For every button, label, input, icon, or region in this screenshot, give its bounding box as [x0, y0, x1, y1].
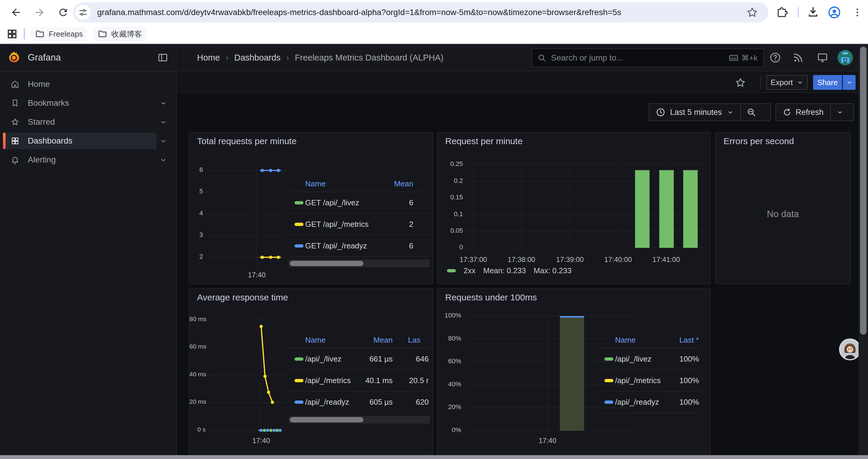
zoom-out-button[interactable]	[741, 104, 762, 121]
legend-header-mean[interactable]: Mean	[366, 179, 413, 191]
panel-title[interactable]: Requests under 100ms	[445, 292, 537, 302]
news-button[interactable]	[789, 49, 807, 66]
apps-grid-button[interactable]	[6, 28, 18, 40]
legend-header-name[interactable]: Name	[615, 335, 636, 347]
panel-total-requests[interactable]: Total requests per minute 6 5 4 3 2 17:4…	[189, 132, 433, 284]
page-horizontal-scrollbar[interactable]	[0, 455, 868, 459]
y-tick-label: 0 s	[189, 426, 206, 433]
line-chart[interactable]	[207, 319, 287, 432]
series-name[interactable]: /api/_/metrics	[615, 376, 661, 385]
series-name[interactable]: GET /api/_/livez	[305, 198, 359, 207]
panel-title[interactable]: Average response time	[197, 292, 288, 302]
sidebar-item-starred[interactable]: Starred	[0, 114, 177, 130]
legend-row[interactable]: /api/_/livez 100%	[598, 348, 701, 369]
legend-header-last[interactable]: Las	[408, 335, 421, 347]
address-bar[interactable]: grafana.mathmast.com/d/deytv4rwavabkb/fr…	[73, 2, 768, 23]
extensions-button[interactable]	[773, 4, 791, 21]
chevron-down-icon	[797, 79, 804, 86]
chevron-down-icon[interactable]	[159, 137, 167, 145]
bookmark-folder-blogs[interactable]: 收藏博客	[93, 27, 147, 42]
legend-scrollbar[interactable]	[289, 416, 430, 424]
site-settings-button[interactable]	[75, 5, 91, 20]
line-chart[interactable]	[207, 165, 287, 268]
legend-scrollbar-thumb[interactable]	[290, 261, 363, 266]
legend-row[interactable]: /api/_/readyz 100%	[598, 391, 701, 413]
legend-row[interactable]: GET /api/_/readyz 6	[289, 235, 430, 256]
legend-header-name[interactable]: Name	[305, 335, 326, 347]
legend-row[interactable]: GET /api/_/livez 6	[289, 192, 430, 213]
series-mean: Mean: 0.233	[483, 266, 526, 275]
series-name[interactable]: GET /api/_/readyz	[305, 241, 367, 251]
chevron-down-icon[interactable]	[159, 118, 167, 126]
refresh-button[interactable]: Refresh	[776, 104, 830, 121]
back-button[interactable]	[7, 4, 25, 21]
legend-row[interactable]: /api/_/metrics 40.1 ms 20.5 r	[289, 370, 430, 391]
chevron-right-icon: ›	[226, 53, 228, 62]
y-tick-label: 60 ms	[189, 343, 206, 350]
legend-header-last[interactable]: Last *	[658, 335, 699, 347]
toolbar-divider	[798, 7, 799, 18]
series-name[interactable]: /api/_/metrics	[305, 376, 351, 385]
profile-button[interactable]	[826, 4, 843, 21]
sidebar-item-home[interactable]: Home	[0, 76, 177, 93]
star-dashboard-button[interactable]	[735, 77, 746, 89]
reload-button[interactable]	[54, 4, 72, 21]
bookmark-folder-freeleaps[interactable]: Freeleaps	[30, 27, 88, 41]
panel-errors-per-second[interactable]: Errors per second No data	[715, 132, 850, 284]
share-button[interactable]: Share	[813, 75, 842, 90]
legend-row[interactable]: GET /api/_/metrics 2	[289, 214, 430, 235]
series-mean: 661 µs	[345, 355, 393, 364]
legend-row[interactable]: /api/_/livez 661 µs 646	[289, 348, 430, 369]
share-menu-button[interactable]	[843, 75, 856, 90]
panel-request-per-minute[interactable]: Request per minute 0.25 0.2 0.15 0.1 0.0…	[437, 132, 711, 284]
series-name[interactable]: GET /api/_/metrics	[305, 220, 369, 229]
tune-icon	[79, 8, 88, 17]
legend-header-mean[interactable]: Mean	[345, 335, 393, 347]
floating-assistant-avatar[interactable]	[839, 338, 861, 360]
star-icon	[11, 118, 20, 126]
panel-title[interactable]: Total requests per minute	[197, 136, 297, 146]
search-input[interactable]: Search or jump to... ⌘+k	[531, 48, 764, 67]
downloads-button[interactable]	[804, 4, 822, 21]
panel-title[interactable]: Request per minute	[445, 136, 523, 146]
series-name[interactable]: 2xx	[464, 266, 475, 275]
profile-icon	[828, 6, 841, 19]
breadcrumb-home[interactable]: Home	[197, 53, 220, 63]
panel-title[interactable]: Errors per second	[723, 136, 794, 146]
time-range-picker[interactable]: Last 5 minutes	[649, 104, 740, 121]
forward-button[interactable]	[31, 4, 49, 21]
legend-scrollbar[interactable]	[289, 260, 430, 267]
series-color-pill	[604, 357, 613, 361]
export-button[interactable]: Export	[766, 75, 808, 90]
series-name[interactable]: /api/_/livez	[615, 355, 651, 364]
series-name[interactable]: /api/_/readyz	[615, 398, 659, 407]
user-avatar[interactable]	[836, 49, 854, 66]
x-tick-label: 17:37:00	[450, 256, 497, 264]
help-button[interactable]	[766, 49, 784, 66]
legend-row[interactable]: /api/_/metrics 100%	[598, 370, 701, 391]
sidebar-collapse-button[interactable]	[157, 52, 168, 63]
browser-menu-button[interactable]	[848, 4, 866, 21]
legend-header-name[interactable]: Name	[305, 179, 326, 191]
panel-average-response-time[interactable]: Average response time 80 ms 60 ms 40 ms …	[189, 288, 433, 455]
chevron-down-icon[interactable]	[159, 99, 167, 107]
breadcrumb: Home › Dashboards › Freeleaps Metrics Da…	[197, 44, 443, 71]
bar-chart[interactable]	[466, 164, 705, 249]
refresh-interval-button[interactable]	[831, 104, 849, 121]
sidebar-item-alerting[interactable]: Alerting	[0, 152, 177, 168]
legend-scrollbar-thumb[interactable]	[290, 417, 363, 422]
legend-row[interactable]: /api/_/readyz 605 µs 620	[289, 391, 430, 413]
sidebar-item-dashboards[interactable]: Dashboards	[0, 133, 177, 149]
series-name[interactable]: /api/_/livez	[305, 355, 342, 364]
x-tick-label: 17:41:00	[643, 256, 690, 264]
panel-requests-under-100ms[interactable]: Requests under 100ms 100% 80% 60% 40% 20…	[437, 288, 711, 455]
kiosk-mode-button[interactable]	[814, 49, 831, 66]
series-name[interactable]: /api/_/readyz	[305, 398, 349, 407]
chevron-down-icon[interactable]	[159, 156, 167, 164]
url-text[interactable]: grafana.mathmast.com/d/deytv4rwavabkb/fr…	[97, 8, 621, 17]
page-vertical-scrollbar-thumb[interactable]	[860, 47, 867, 335]
bookmark-page-button[interactable]	[743, 4, 761, 21]
sidebar-item-bookmarks[interactable]: Bookmarks	[0, 95, 177, 111]
breadcrumb-dashboards[interactable]: Dashboards	[234, 53, 280, 63]
legend-inline[interactable]: 2xx Mean: 0.233 Max: 0.233	[447, 266, 572, 275]
